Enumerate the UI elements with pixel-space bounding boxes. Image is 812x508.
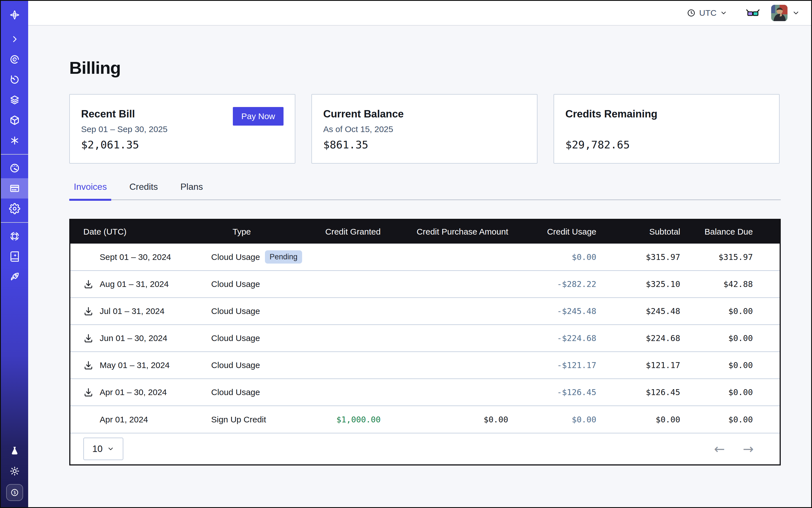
invoice-type: Cloud Usage: [211, 387, 260, 397]
table-row: May 01 – 31, 2024 Cloud Usage -$121.17 $…: [71, 352, 780, 379]
card-title: Current Balance: [323, 108, 526, 120]
sidebar-item-launch[interactable]: [1, 267, 28, 287]
credit-granted: [310, 379, 397, 406]
credit-usage: -$245.48: [525, 298, 614, 325]
invoice-date: May 01 – 31, 2024: [100, 361, 170, 370]
col-credit-granted: Credit Granted: [310, 220, 397, 244]
subtotal: $0.00: [614, 406, 698, 433]
current-balance-card: Current Balance As of Oct 15, 2025 $861.…: [311, 94, 538, 164]
download-invoice-button[interactable]: [83, 333, 100, 343]
page-size-select[interactable]: 10: [83, 437, 123, 460]
col-subtotal: Subtotal: [614, 220, 698, 244]
sidebar-item-usage[interactable]: [1, 158, 28, 178]
col-type: Type: [211, 220, 310, 244]
3d-glasses-icon: [746, 8, 760, 18]
credit-purchase: $0.00: [397, 406, 525, 433]
chevron-down-icon: [720, 9, 727, 16]
sidebar-item-docs[interactable]: [1, 246, 28, 267]
credit-usage: -$121.17: [525, 352, 614, 379]
dollar-badge-icon: $: [9, 487, 20, 498]
book-sparkle-icon: [9, 251, 20, 262]
credit-purchase: [397, 244, 525, 270]
app-logo-icon[interactable]: [1, 1, 28, 29]
observe-icon: [9, 54, 20, 65]
credit-purchase: [397, 298, 525, 325]
balance-as-of: As of Oct 15, 2025: [323, 124, 526, 134]
credit-purchase: [397, 352, 525, 379]
credits-remaining-card: Credits Remaining $29,782.65: [554, 94, 780, 164]
chevron-right-icon: [9, 34, 20, 44]
sidebar-item-services[interactable]: [1, 130, 28, 151]
invoices-table: Date (UTC) Type Credit Granted Credit Pu…: [69, 219, 781, 465]
rocket-icon: [9, 271, 20, 283]
balance-due: $0.00: [698, 406, 780, 433]
invoice-date: Jun 01 – 30, 2024: [100, 333, 167, 343]
sidebar-item-cube[interactable]: [1, 110, 28, 130]
sidebar-item-billing[interactable]: [1, 178, 28, 199]
asterisk-icon: [9, 135, 20, 146]
balance-due: $42.88: [698, 270, 780, 298]
helm-icon: [9, 230, 20, 242]
col-credit-usage: Credit Usage: [525, 220, 614, 244]
table-row: Jun 01 – 30, 2024 Cloud Usage -$224.68 $…: [71, 325, 780, 352]
flask-icon: [9, 446, 20, 456]
tab-credits[interactable]: Credits: [125, 182, 162, 201]
balance-due: $0.00: [698, 352, 780, 379]
sidebar-bottom-group: $: [1, 441, 28, 507]
table-row: Apr 01 – 30, 2024 Cloud Usage -$126.45 $…: [71, 379, 780, 406]
download-icon: [83, 333, 93, 343]
tab-plans[interactable]: Plans: [176, 182, 208, 201]
credits-remaining-amount: $29,782.65: [565, 138, 630, 151]
sidebar-item-support[interactable]: [1, 226, 28, 246]
credit-granted: [310, 352, 397, 379]
balance-due: $315.97: [698, 244, 780, 270]
credit-usage: -$224.68: [525, 325, 614, 352]
download-invoice-button[interactable]: [83, 360, 100, 370]
pagination: ← →: [714, 442, 754, 455]
col-credit-purchase: Credit Purchase Amount: [397, 220, 525, 244]
download-invoice-button[interactable]: [83, 279, 100, 289]
credits-badge-button[interactable]: $: [6, 484, 23, 501]
billing-period: Sep 01 – Sep 30, 2025: [81, 124, 284, 134]
download-icon: [83, 387, 93, 397]
sidebar-item-settings[interactable]: [1, 199, 28, 219]
tab-invoices[interactable]: Invoices: [69, 182, 111, 201]
credit-usage: -$282.22: [525, 270, 614, 298]
sidebar-divider: [1, 222, 28, 223]
credit-purchase: [397, 325, 525, 352]
next-page-button[interactable]: →: [743, 442, 754, 455]
credit-granted: [310, 298, 397, 325]
timezone-selector[interactable]: UTC: [687, 8, 727, 18]
sidebar-item-history[interactable]: [1, 70, 28, 90]
table-row: Sept 01 – 30, 2024 Cloud UsagePending $0…: [71, 244, 780, 270]
invoice-date: Apr 01, 2024: [100, 415, 148, 424]
sidebar-item-layers[interactable]: [1, 90, 28, 110]
3d-glasses-button[interactable]: [746, 8, 760, 18]
balance-due: $0.00: [698, 325, 780, 352]
sidebar-item-observe[interactable]: [1, 49, 28, 70]
credit-purchase: [397, 270, 525, 298]
download-invoice-button[interactable]: [83, 387, 100, 397]
sidebar: $: [1, 1, 28, 507]
invoice-date: Aug 01 – 31, 2024: [100, 279, 169, 289]
download-icon: [83, 360, 93, 370]
subtotal: $224.68: [614, 325, 698, 352]
clock-icon: [687, 8, 696, 17]
sidebar-item-labs[interactable]: [1, 441, 28, 461]
account-menu-button[interactable]: [792, 9, 800, 17]
pay-now-button[interactable]: Pay Now: [233, 107, 284, 126]
avatar[interactable]: [771, 5, 787, 21]
main-content: Billing Recent Bill Sep 01 – Sep 30, 202…: [28, 26, 811, 507]
theme-toggle[interactable]: [1, 461, 28, 481]
download-invoice-button[interactable]: [83, 306, 100, 316]
layers-icon: [9, 94, 20, 105]
sidebar-collapse-button[interactable]: [1, 29, 28, 49]
subtotal: $121.17: [614, 352, 698, 379]
prev-page-button[interactable]: ←: [714, 442, 725, 455]
credit-purchase: [397, 379, 525, 406]
top-bar: UTC: [28, 1, 811, 26]
chevron-down-icon: [107, 445, 114, 453]
recent-bill-amount: $2,061.35: [81, 138, 139, 151]
col-balance-due: Balance Due: [698, 220, 780, 244]
status-badge: Pending: [265, 250, 302, 263]
